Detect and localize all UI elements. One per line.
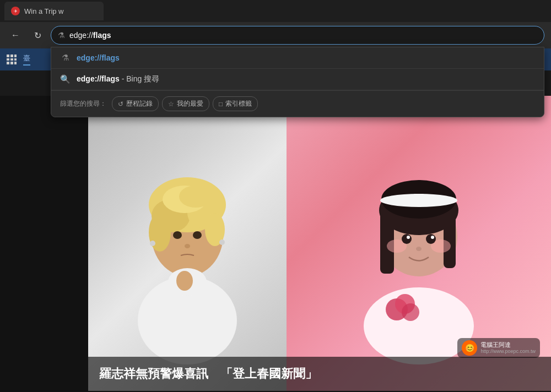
filter-history-button[interactable]: ↺ 歷程記錄 (112, 96, 159, 111)
svg-rect-34 (413, 194, 424, 198)
watermark-icon: 😊 (462, 340, 477, 356)
dropdown-item1-text: edge://flags (77, 53, 120, 62)
svg-point-19 (173, 231, 182, 239)
refresh-button[interactable]: ↻ (29, 26, 46, 44)
tab-title: Win a Trip w (24, 7, 64, 15)
svg-rect-3 (7, 58, 9, 61)
address-beaker-icon: ⚗ (58, 31, 65, 40)
tab-favicon: ✈ (11, 7, 20, 15)
filter-tabs-label: 索引標籤 (225, 99, 252, 108)
star-icon: ☆ (168, 100, 174, 108)
watermark: 😊 電腦王阿達 http://www.poepc.com.tw (457, 338, 540, 358)
filter-history-label: 歷程記錄 (126, 99, 153, 108)
svg-rect-8 (14, 62, 17, 64)
svg-point-20 (193, 231, 202, 239)
address-bar-container: ⚗ edge://flags ⚗ edge://flags 🔍 edge://f… (51, 26, 544, 45)
svg-rect-7 (10, 62, 13, 64)
bottom-text-overlay: 羅志祥無預警爆喜訊 「登上春國新聞」 (88, 357, 551, 391)
dropdown-search-icon: 🔍 (60, 74, 70, 84)
svg-rect-1 (10, 55, 13, 57)
tab-icon: □ (219, 100, 223, 108)
toolbar-link-tw[interactable]: 臺 (23, 53, 30, 66)
svg-rect-2 (14, 55, 17, 57)
svg-point-38 (426, 234, 436, 244)
svg-point-39 (407, 236, 410, 239)
svg-point-25 (176, 271, 193, 291)
apps-button[interactable] (7, 55, 17, 64)
svg-rect-31 (444, 208, 456, 268)
dropdown-beaker-icon: ⚗ (60, 53, 70, 63)
tab-bar: ✈ Win a Trip w (0, 0, 551, 22)
svg-rect-6 (7, 62, 9, 64)
svg-point-23 (219, 239, 225, 245)
filter-label: 篩選您的搜尋： (60, 99, 106, 108)
back-button[interactable]: ← (7, 26, 24, 44)
active-tab[interactable]: ✈ Win a Trip w (4, 2, 104, 20)
dropdown-item-bing[interactable]: 🔍 edge://flags - Bing 搜尋 (51, 69, 544, 90)
filter-tabs-button[interactable]: □ 索引標籤 (213, 96, 258, 111)
refresh-icon: ↻ (34, 30, 41, 41)
person-left-svg (88, 96, 287, 391)
svg-point-40 (431, 236, 434, 239)
back-icon: ← (11, 30, 20, 40)
page-content: ≡ 我的摘要 小遊戲 冠狀病毒 新聞 娛樂 生活風格 觀看 (0, 70, 551, 392)
svg-rect-4 (10, 58, 13, 61)
svg-point-21 (185, 244, 190, 248)
dropdown-item2-text: edge://flags - Bing 搜尋 (77, 74, 159, 84)
address-dropdown: ⚗ edge://flags 🔍 edge://flags - Bing 搜尋 … (51, 47, 544, 117)
filter-favorites-label: 我的最愛 (177, 99, 203, 108)
filter-favorites-button[interactable]: ☆ 我的最愛 (162, 96, 209, 111)
dropdown-item-flags[interactable]: ⚗ edge://flags (51, 47, 544, 69)
svg-point-41 (416, 247, 422, 251)
address-bar[interactable]: ⚗ edge://flags (51, 26, 544, 45)
svg-point-44 (402, 303, 419, 321)
history-icon: ↺ (118, 100, 123, 108)
person-left-area (88, 96, 287, 391)
svg-point-16 (179, 186, 212, 208)
svg-point-37 (402, 234, 412, 244)
article-headline: 羅志祥無預警爆喜訊 「登上春國新聞」 (99, 366, 317, 382)
svg-rect-0 (7, 55, 9, 57)
svg-rect-5 (14, 58, 17, 61)
nav-bar: ← ↻ ⚗ edge://flags ⚗ edge://flags (0, 22, 551, 48)
watermark-text: 電腦王阿達 http://www.poepc.com.tw (480, 341, 536, 355)
address-text: edge://flags (69, 31, 537, 40)
apps-grid-icon (7, 55, 17, 64)
content-image-area: 😊 電腦王阿達 http://www.poepc.com.tw 羅志祥無預警爆喜… (0, 96, 551, 391)
filter-row: 篩選您的搜尋： ↺ 歷程記錄 ☆ 我的最愛 □ 索引標籤 (51, 90, 544, 117)
svg-point-22 (150, 241, 155, 246)
browser-chrome: ✈ Win a Trip w ← ↻ ⚗ edge://flags ⚗ (0, 0, 551, 70)
